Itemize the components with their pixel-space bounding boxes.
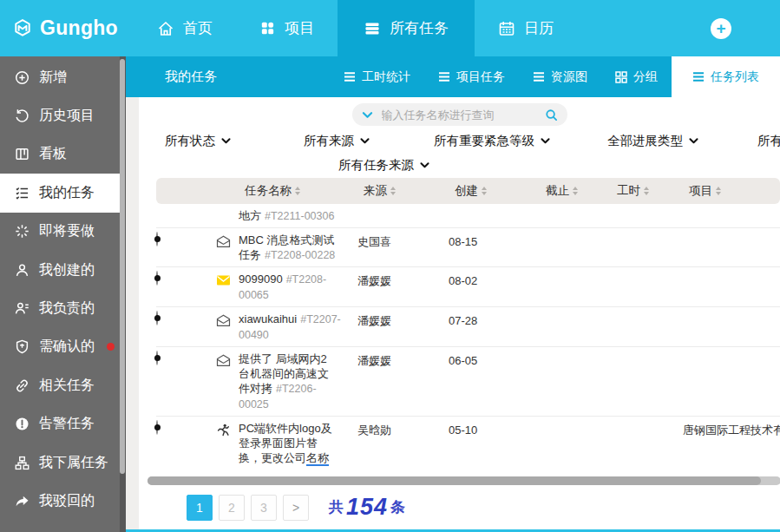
filter-all-status[interactable]: 所有状态 [165, 133, 231, 149]
filter-label: 所有来源 [304, 133, 354, 149]
task-hours [592, 272, 661, 273]
nav-item-label: 日历 [524, 18, 554, 38]
sidebar-item-new[interactable]: 新增 [0, 58, 126, 96]
sidebar-item-label: 新增 [39, 69, 67, 87]
task-name[interactable]: 提供了 局域网内2台机器间的高速文件对拷#T2206-00025 [239, 351, 344, 412]
filter-clipped[interactable]: 所有 [757, 133, 780, 149]
shield-icon [15, 339, 29, 354]
header-source[interactable]: 来源 [351, 183, 433, 199]
task-id: #T2211-00306 [265, 210, 334, 222]
task-hours [592, 208, 661, 210]
task-hours [592, 312, 661, 313]
header-task-name[interactable]: 任务名称 [239, 183, 351, 199]
task-created [427, 208, 518, 210]
header-deadline[interactable]: 截止 [524, 183, 598, 199]
sort-icon [295, 187, 300, 195]
row-icon-cell [208, 272, 239, 286]
chevron-down-icon [221, 137, 231, 145]
filter-all-sources[interactable]: 所有来源 [304, 133, 370, 149]
row-radio[interactable] [156, 271, 158, 286]
sidebar-item-upcoming[interactable]: 即将要做 [0, 213, 126, 251]
tab-resource-map[interactable]: 资源图 [519, 56, 601, 97]
total-prefix: 共 [329, 497, 344, 517]
row-radio[interactable] [156, 232, 158, 246]
header-project[interactable]: 项目 [667, 183, 780, 199]
page-button-2[interactable]: 2 [219, 495, 245, 521]
sidebar-item-subordinate-tasks[interactable]: 我下属任务 [0, 443, 126, 482]
task-name[interactable]: PC端软件内logo及登录界面图片替换，更改公司名称 [239, 421, 344, 466]
search-icon[interactable] [545, 108, 558, 122]
row-icon-cell [208, 351, 239, 367]
runner-icon [208, 424, 239, 437]
sort-icon [644, 187, 649, 195]
search-input[interactable] [380, 108, 538, 122]
row-radio[interactable] [156, 351, 158, 365]
header-hours[interactable]: 工时 [598, 183, 667, 199]
horizontal-scrollbar-thumb[interactable] [147, 476, 761, 485]
page-button-3[interactable]: 3 [251, 495, 277, 521]
view-tabs: 工时统计 项目任务 资源图 分组 任务列表 [330, 56, 780, 97]
task-project [661, 233, 780, 234]
sidebar-scrollbar-track[interactable] [120, 56, 126, 532]
tab-hours-statistics[interactable]: 工时统计 [330, 56, 424, 97]
chevron-down-icon[interactable] [362, 110, 373, 120]
task-created: 07-28 [427, 312, 518, 328]
table-row: PC端软件内logo及登录界面图片替换，更改公司名称 吴晗勋 05-10 唐钢国… [156, 417, 780, 470]
next-page-button[interactable]: > [283, 495, 309, 521]
sidebar-item-assigned-to-me[interactable]: 我负责的 [0, 289, 126, 327]
nav-item-home[interactable]: 首页 [134, 0, 236, 56]
sidebar-item-kanban[interactable]: 看板 [0, 135, 126, 174]
task-source: 吴晗勋 [344, 421, 427, 437]
notification-dot [107, 343, 115, 351]
table-row: 9099090#T2208-00065 潘媛媛 08-02 [156, 267, 780, 307]
pagination: 1 2 3 > 共 154 条 [187, 494, 780, 521]
tab-task-list[interactable]: 任务列表 [672, 56, 780, 97]
sidebar-item-my-tasks[interactable]: 我的任务 [0, 174, 121, 212]
task-source: 潘媛媛 [344, 351, 427, 368]
sidebar-item-related-tasks[interactable]: 相关任务 [0, 366, 126, 404]
home-icon [157, 20, 174, 37]
task-name[interactable]: MBC 消息格式测试任务#T2208-00228 [239, 233, 344, 263]
sidebar-item-needs-confirmation[interactable]: 需确认的 [0, 328, 126, 366]
sidebar-item-history-projects[interactable]: 历史项目 [0, 96, 126, 135]
task-source: 潘媛媛 [344, 272, 427, 288]
filter-label: 所有重要紧急等级 [434, 133, 534, 149]
total-count: 共 154 条 [329, 494, 405, 521]
sidebar: 新增 历史项目 看板 我的任务 即将要做 我创建的 我负责的 需确认的 [0, 56, 126, 532]
header-created[interactable]: 创建 [433, 183, 524, 199]
task-deadline [518, 272, 592, 273]
task-list-icon [15, 186, 29, 200]
four-squares-icon [615, 71, 627, 83]
row-radio[interactable] [156, 311, 158, 325]
horizontal-scrollbar-track[interactable] [147, 476, 780, 485]
task-project [661, 272, 780, 273]
tab-project-tasks[interactable]: 项目任务 [424, 56, 519, 97]
sidebar-item-alert-tasks[interactable]: 告警任务 [0, 405, 126, 443]
sidebar-item-label: 我驳回的 [39, 492, 95, 510]
page-button-1[interactable]: 1 [187, 495, 213, 521]
task-name[interactable]: 9099090#T2208-00065 [239, 272, 344, 303]
nav-item-calendar[interactable]: 日历 [475, 0, 577, 56]
task-name[interactable]: 地方#T2211-00306 [239, 208, 344, 224]
task-deadline [518, 233, 592, 234]
top-header: Gungho 首页 项目 所有任务 日历 + [0, 0, 780, 56]
envelope-closed-icon [208, 274, 239, 286]
sidebar-item-created-by-me[interactable]: 我创建的 [0, 251, 126, 289]
row-select-cell [156, 421, 208, 434]
sidebar-scrollbar-thumb[interactable] [120, 59, 125, 474]
filter-bar: 所有状态 所有来源 所有重要紧急等级 全部进展类型 所有 所有任务来源 [139, 133, 780, 178]
filter-all-task-sources[interactable]: 所有任务来源 [338, 157, 429, 174]
nav-item-projects[interactable]: 项目 [236, 0, 338, 56]
nav-item-all-tasks[interactable]: 所有任务 [338, 0, 475, 56]
app-logo[interactable]: Gungho [0, 0, 134, 56]
row-radio[interactable] [156, 420, 158, 435]
add-button[interactable]: + [711, 18, 731, 39]
tab-grouping[interactable]: 分组 [601, 56, 672, 97]
task-name[interactable]: xiawukaihui#T2207-00490 [239, 312, 344, 343]
filter-progress-type[interactable]: 全部进展类型 [607, 133, 698, 149]
task-deadline [518, 208, 592, 210]
menu-lines-icon [438, 71, 450, 82]
sub-header: 我的任务 工时统计 项目任务 资源图 分组 任务列表 [126, 56, 780, 97]
sidebar-item-rejected-by-me[interactable]: 我驳回的 [0, 482, 126, 520]
filter-priority-level[interactable]: 所有重要紧急等级 [434, 133, 550, 149]
